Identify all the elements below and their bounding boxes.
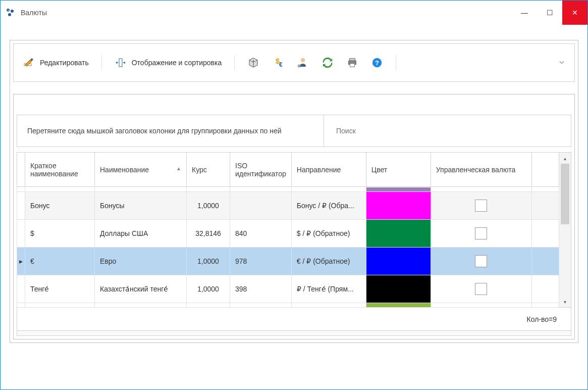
- cell-rate[interactable]: 1,0000: [187, 248, 230, 275]
- cell-direction[interactable]: ₽ / Тенге́ (Прям...: [291, 275, 366, 303]
- cube-icon: $: [247, 57, 259, 69]
- cell-iso[interactable]: 978: [230, 248, 292, 275]
- table-row[interactable]: Тенге́Казахста́нский тенге́1,0000398₽ / …: [17, 275, 559, 303]
- minimize-icon: —: [521, 9, 528, 17]
- toolbar-separator: [234, 55, 235, 70]
- svg-point-9: [301, 58, 305, 62]
- manager-button[interactable]: [297, 57, 309, 69]
- cell-color[interactable]: [366, 275, 431, 303]
- maximize-button[interactable]: ☐: [537, 1, 562, 25]
- vertical-scrollbar[interactable]: ▴ ▾: [559, 152, 571, 308]
- grid-header-bar: Перетяните сюда мышкой заголовок колонки…: [17, 115, 571, 147]
- table-row[interactable]: [17, 187, 559, 192]
- scroll-thumb[interactable]: [561, 164, 569, 224]
- row-indicator: [17, 192, 25, 220]
- cell-color[interactable]: [366, 248, 431, 275]
- refresh-button[interactable]: [322, 57, 334, 69]
- cell-direction[interactable]: € / ₽ (Обратное): [291, 248, 366, 275]
- horizontal-scrollbar[interactable]: [17, 331, 571, 336]
- table-row[interactable]: $Доллары США32,8146840$ / ₽ (Обратное): [17, 220, 559, 248]
- cell-iso[interactable]: 398: [230, 275, 292, 303]
- svg-rect-12: [350, 59, 355, 61]
- scroll-down-arrow[interactable]: ▾: [559, 296, 571, 307]
- currency-button[interactable]: $€: [272, 57, 284, 69]
- toolbar-separator: [396, 55, 396, 70]
- cell-mgmt[interactable]: [431, 187, 531, 192]
- cell-iso[interactable]: [230, 192, 292, 220]
- cell-mgmt[interactable]: [431, 275, 531, 303]
- row-indicator: [17, 303, 25, 308]
- mgmt-checkbox[interactable]: [475, 227, 487, 239]
- cell-rate[interactable]: 1,0000: [187, 275, 230, 303]
- scroll-up-arrow[interactable]: ▴: [559, 153, 571, 164]
- cell-rate[interactable]: 32,8146: [187, 220, 230, 248]
- cell-color[interactable]: [366, 220, 431, 248]
- svg-rect-10: [298, 65, 301, 66]
- cell-rate[interactable]: [187, 187, 230, 192]
- table-row[interactable]: ▸€Евро1,0000978€ / ₽ (Обратное): [17, 248, 559, 275]
- cell-mgmt[interactable]: [431, 192, 531, 220]
- mgmt-checkbox[interactable]: [475, 255, 487, 267]
- cell-name[interactable]: Бонусы: [95, 192, 187, 220]
- column-header-name[interactable]: Наименование▲: [95, 153, 187, 187]
- print-button[interactable]: [346, 57, 358, 69]
- column-header-iso[interactable]: ISO идентификатор: [230, 153, 292, 187]
- cell-color[interactable]: [366, 303, 431, 308]
- scroll-track[interactable]: [559, 164, 571, 296]
- cell-name[interactable]: Доллары США: [95, 220, 187, 248]
- search-box[interactable]: [324, 115, 571, 147]
- group-by-hint[interactable]: Перетяните сюда мышкой заголовок колонки…: [17, 115, 324, 147]
- column-header-short-name[interactable]: Краткое наименование: [25, 153, 95, 187]
- cell-iso[interactable]: 840: [230, 220, 292, 248]
- cell-iso[interactable]: [230, 187, 292, 192]
- cell-short-name[interactable]: $: [25, 220, 95, 248]
- cell-short-name[interactable]: [25, 187, 95, 192]
- color-swatch: [366, 220, 431, 247]
- cell-short-name[interactable]: Тенге́: [25, 275, 95, 303]
- svg-point-2: [8, 13, 11, 16]
- cell-color[interactable]: [366, 187, 431, 192]
- color-swatch: [366, 187, 431, 191]
- table-row[interactable]: БонусБонусы1,0000Бонус / ₽ (Обра...: [17, 192, 559, 220]
- cell-direction[interactable]: $ / ₽ (Обратное): [291, 220, 366, 248]
- close-icon: ✕: [572, 9, 578, 17]
- main-panel: Редактировать Отображение и сортировка $…: [10, 40, 578, 343]
- svg-rect-11: [298, 66, 301, 67]
- cell-color[interactable]: [366, 192, 431, 220]
- search-input[interactable]: [336, 127, 559, 135]
- cell-direction[interactable]: Бонус / ₽ (Обра...: [291, 192, 366, 220]
- cell-short-name[interactable]: Бонус: [25, 192, 95, 220]
- cell-iso[interactable]: [230, 303, 292, 308]
- toolbar-separator: [101, 55, 102, 70]
- cell-mgmt[interactable]: [431, 220, 531, 248]
- cell-name[interactable]: [95, 303, 187, 308]
- mgmt-checkbox[interactable]: [475, 200, 487, 212]
- column-header-mgmt[interactable]: Управленческая валюта: [431, 153, 531, 187]
- column-header-direction[interactable]: Направление: [291, 153, 366, 187]
- cell-name[interactable]: Евро: [95, 248, 187, 275]
- cell-short-name[interactable]: [25, 303, 95, 308]
- currency-grid: Краткое наименование Наименование▲ Курс …: [17, 152, 559, 308]
- column-header-rate[interactable]: Курс: [187, 153, 230, 187]
- cell-mgmt[interactable]: [431, 248, 531, 275]
- mgmt-checkbox[interactable]: [475, 283, 487, 295]
- table-row[interactable]: [17, 303, 559, 308]
- dollar-euro-icon: $€: [272, 57, 284, 69]
- edit-button[interactable]: Редактировать: [23, 57, 89, 69]
- cell-rate[interactable]: [187, 303, 230, 308]
- expand-button[interactable]: [558, 59, 565, 67]
- close-button[interactable]: ✕: [562, 1, 587, 25]
- cell-direction[interactable]: [291, 187, 366, 192]
- cell-mgmt[interactable]: [431, 303, 531, 308]
- cube-button[interactable]: $: [247, 57, 259, 69]
- column-header-color[interactable]: Цвет: [366, 153, 431, 187]
- cell-rate[interactable]: 1,0000: [187, 192, 230, 220]
- view-sort-button[interactable]: Отображение и сортировка: [115, 57, 222, 69]
- cell-direction[interactable]: [291, 303, 366, 308]
- cell-name[interactable]: [95, 187, 187, 192]
- cell-short-name[interactable]: €: [25, 248, 95, 275]
- color-swatch: [366, 248, 431, 275]
- cell-name[interactable]: Казахста́нский тенге́: [95, 275, 187, 303]
- minimize-button[interactable]: —: [512, 1, 537, 25]
- help-button[interactable]: ?: [371, 57, 383, 69]
